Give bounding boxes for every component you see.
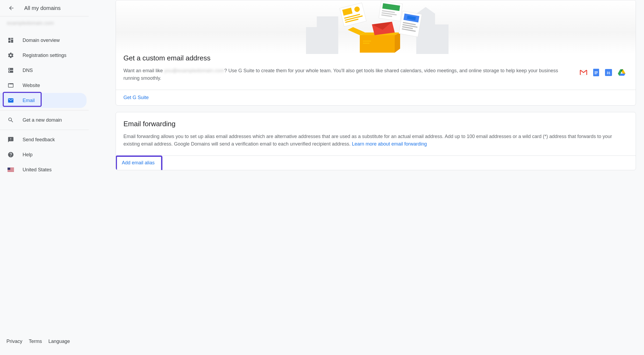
- svg-marker-11: [416, 7, 435, 14]
- drive-icon: [618, 69, 625, 76]
- email-icon: [8, 97, 14, 104]
- gsuite-product-icons: 31: [580, 67, 628, 76]
- svg-rect-7: [8, 168, 10, 170]
- gsuite-title: Get a custom email address: [123, 54, 628, 62]
- sidebar-item-label: Registration settings: [23, 53, 66, 58]
- calendar-icon: 31: [605, 69, 612, 76]
- website-icon: [8, 82, 14, 89]
- sidebar-item-domain-overview[interactable]: Domain overview: [0, 33, 87, 48]
- sidebar-item-country[interactable]: United States: [0, 162, 87, 177]
- gsuite-illustration: [116, 0, 636, 54]
- svg-marker-14: [395, 32, 400, 53]
- blurred-email-example: you@exampledomain.com: [164, 68, 224, 73]
- sidebar-item-label: Domain overview: [23, 38, 60, 43]
- get-gsuite-button[interactable]: Get G Suite: [123, 95, 149, 100]
- gsuite-description: Want an email like you@exampledomain.com…: [123, 67, 569, 82]
- feedback-icon: [8, 136, 14, 143]
- language-link[interactable]: Language: [48, 339, 70, 344]
- svg-rect-19: [363, 41, 371, 42]
- sidebar-item-label: Help: [23, 152, 33, 158]
- email-forwarding-card: Email forwarding Email forwarding allows…: [116, 112, 636, 170]
- sidebar-item-help[interactable]: Help: [0, 147, 87, 162]
- sidebar-nav: Domain overview Registration settings DN…: [0, 30, 89, 177]
- svg-rect-6: [8, 171, 14, 172]
- sidebar-item-send-feedback[interactable]: Send feedback: [0, 132, 87, 147]
- sidebar-item-label: Email: [23, 98, 35, 103]
- svg-rect-9: [306, 27, 322, 54]
- terms-link[interactable]: Terms: [29, 339, 42, 344]
- current-domain-blurred: exampledomain.com: [0, 16, 89, 30]
- sidebar-item-registration-settings[interactable]: Registration settings: [0, 48, 87, 63]
- sidebar-item-label: Website: [23, 83, 40, 88]
- add-alias-row: Add email alias: [116, 155, 636, 170]
- sidebar-item-label: Send feedback: [23, 137, 55, 143]
- sidebar-item-label: United States: [23, 167, 52, 173]
- forwarding-description: Email forwarding allows you to set up al…: [123, 133, 628, 148]
- sidebar-header: All my domains: [0, 0, 89, 16]
- sidebar-item-get-new-domain[interactable]: Get a new domain: [0, 113, 87, 128]
- help-icon: [8, 151, 14, 158]
- search-icon: [8, 117, 14, 123]
- svg-rect-41: [595, 73, 598, 73]
- divider: [0, 130, 89, 130]
- svg-rect-40: [595, 71, 598, 72]
- svg-rect-20: [363, 43, 369, 44]
- main-content: Get a custom email address Want an email…: [89, 0, 644, 355]
- svg-rect-13: [360, 35, 395, 53]
- gsuite-card: Get a custom email address Want an email…: [116, 0, 636, 106]
- privacy-link[interactable]: Privacy: [6, 339, 22, 344]
- sidebar: All my domains exampledomain.com Domain …: [0, 0, 89, 355]
- gsuite-card-footer: Get G Suite: [116, 90, 636, 105]
- sidebar-footer: Privacy Terms Language: [0, 333, 89, 350]
- gear-icon: [8, 52, 14, 59]
- dns-icon: [8, 67, 14, 74]
- us-flag-icon: [8, 166, 14, 173]
- sidebar-item-label: DNS: [23, 68, 33, 73]
- divider: [0, 110, 89, 110]
- sidebar-item-dns[interactable]: DNS: [0, 63, 87, 78]
- desc-prefix: Want an email like: [123, 68, 164, 73]
- learn-more-link[interactable]: Learn more about email forwarding: [352, 141, 427, 147]
- back-arrow-icon[interactable]: [8, 5, 15, 11]
- sidebar-title[interactable]: All my domains: [24, 5, 61, 11]
- svg-rect-12: [432, 24, 449, 54]
- svg-rect-4: [8, 170, 14, 170]
- docs-icon: [593, 69, 599, 76]
- sidebar-item-email[interactable]: Email: [0, 93, 87, 108]
- gmail-icon: [580, 70, 587, 75]
- add-email-alias-button[interactable]: Add email alias: [122, 160, 155, 166]
- forwarding-title: Email forwarding: [123, 120, 628, 128]
- svg-rect-42: [595, 74, 597, 74]
- svg-rect-5: [8, 171, 14, 171]
- dashboard-icon: [8, 37, 14, 44]
- svg-text:31: 31: [607, 71, 610, 75]
- sidebar-item-website[interactable]: Website: [0, 78, 87, 93]
- sidebar-item-label: Get a new domain: [23, 117, 62, 123]
